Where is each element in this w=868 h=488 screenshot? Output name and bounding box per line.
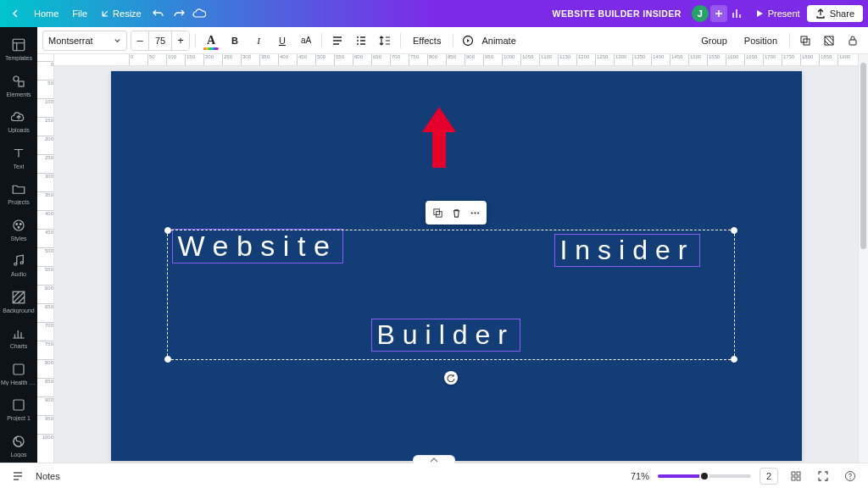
sidebar-item-text[interactable]: Text: [0, 141, 37, 175]
resize-button[interactable]: Resize: [94, 5, 148, 22]
sidebar-item-templates[interactable]: Templates: [0, 32, 37, 67]
scrollbar-thumb[interactable]: [860, 63, 866, 249]
animate-button[interactable]: Animate: [459, 30, 519, 51]
sidebar-item-styles[interactable]: Styles: [0, 213, 37, 247]
home-label: Home: [34, 8, 58, 19]
align-button[interactable]: [327, 30, 348, 51]
sidebar-item-audio[interactable]: Audio: [0, 248, 37, 283]
svg-rect-2: [19, 81, 24, 86]
zoom-thumb[interactable]: [699, 471, 709, 481]
svg-rect-30: [797, 477, 800, 480]
list-button[interactable]: [351, 30, 371, 51]
insights-button[interactable]: [727, 3, 748, 24]
redo-button[interactable]: [169, 3, 189, 24]
page-count[interactable]: 2: [760, 468, 778, 485]
sidebar-item-background[interactable]: Background: [0, 285, 37, 319]
share-button[interactable]: Share: [807, 5, 863, 22]
svg-rect-22: [436, 211, 442, 217]
font-size-stepper[interactable]: – 75 +: [131, 30, 190, 51]
font-size-plus[interactable]: +: [172, 31, 189, 50]
font-picker[interactable]: Montserrat: [42, 30, 127, 51]
floating-toolbar: [426, 201, 487, 225]
svg-rect-10: [14, 364, 24, 374]
add-member-button[interactable]: [710, 5, 727, 22]
document-title[interactable]: WEBSITE BUILDER INSIDER: [553, 8, 682, 19]
font-size-value[interactable]: 75: [148, 31, 172, 50]
file-label: File: [72, 8, 87, 19]
home-button[interactable]: Home: [27, 5, 65, 22]
share-label: Share: [830, 8, 854, 19]
vertical-scrollbar[interactable]: [858, 54, 868, 463]
svg-point-14: [357, 40, 359, 42]
grid-view-button[interactable]: [787, 467, 805, 485]
svg-point-15: [357, 43, 359, 45]
svg-rect-21: [433, 208, 439, 214]
lock-button[interactable]: [843, 30, 863, 51]
resize-label: Resize: [113, 8, 142, 19]
top-bar: Home File Resize WEBSITE BUILDER INSIDER…: [0, 0, 868, 27]
zoom-slider[interactable]: [658, 474, 751, 478]
position-button[interactable]: Position: [737, 30, 784, 51]
vertical-ruler: 0501001502002503003504004505005506006507…: [37, 54, 54, 463]
selection-box[interactable]: [167, 230, 735, 360]
svg-point-24: [474, 212, 476, 214]
notes-icon[interactable]: [8, 467, 27, 485]
resize-handle-ne[interactable]: [731, 227, 737, 234]
sidebar-item-uploads[interactable]: Uploads: [0, 104, 37, 139]
page-panel-pull[interactable]: [413, 455, 455, 463]
svg-rect-20: [849, 40, 856, 45]
svg-point-8: [20, 262, 23, 264]
italic-button[interactable]: I: [248, 30, 269, 51]
resize-handle-sw[interactable]: [164, 356, 171, 363]
sidebar-item-charts[interactable]: Charts: [0, 320, 37, 355]
fullscreen-button[interactable]: [814, 467, 832, 485]
svg-rect-27: [792, 472, 795, 475]
sidebar-item-elements[interactable]: Elements: [0, 69, 37, 103]
sidebar-item-project1[interactable]: Project 1: [0, 392, 37, 427]
svg-point-25: [477, 212, 479, 214]
svg-point-1: [14, 76, 19, 81]
svg-point-5: [19, 223, 21, 225]
bold-button[interactable]: B: [225, 30, 245, 51]
rotate-handle[interactable]: [444, 371, 458, 385]
svg-point-13: [357, 36, 359, 38]
spacing-button[interactable]: [375, 30, 395, 51]
effects-button[interactable]: Effects: [406, 30, 448, 51]
duplicate-button[interactable]: [429, 204, 446, 221]
notes-label[interactable]: Notes: [36, 471, 60, 481]
svg-point-6: [18, 226, 19, 228]
svg-rect-11: [14, 400, 24, 410]
avatar[interactable]: J: [692, 5, 709, 22]
back-button[interactable]: [5, 6, 27, 21]
zoom-value: 71%: [631, 471, 649, 481]
sidebar-item-projects[interactable]: Projects: [0, 176, 37, 211]
sidebar-item-logos[interactable]: Logos: [0, 429, 37, 463]
transparency-button[interactable]: [819, 30, 839, 51]
help-button[interactable]: [841, 467, 860, 485]
font-size-minus[interactable]: –: [131, 31, 148, 50]
svg-rect-0: [13, 40, 25, 52]
canvas-area[interactable]: Website Insider Builder: [54, 66, 858, 463]
page[interactable]: Website Insider Builder: [111, 71, 802, 461]
svg-point-4: [16, 223, 18, 225]
present-button[interactable]: Present: [748, 5, 807, 22]
sidebar-item-myhealth[interactable]: My Health C…: [0, 357, 37, 391]
resize-handle-se[interactable]: [731, 356, 737, 363]
undo-button[interactable]: [148, 3, 169, 24]
svg-rect-28: [797, 472, 800, 475]
text-toolbar: Montserrat – 75 + A B I U aA Effects: [37, 27, 868, 54]
case-button[interactable]: aA: [296, 30, 316, 51]
group-button[interactable]: Group: [694, 30, 734, 51]
cloud-save-icon[interactable]: [189, 3, 209, 24]
copy-style-button[interactable]: [795, 30, 815, 51]
resize-handle-nw[interactable]: [164, 227, 171, 234]
underline-button[interactable]: U: [272, 30, 292, 51]
present-label: Present: [768, 8, 800, 19]
file-button[interactable]: File: [65, 5, 94, 22]
more-button[interactable]: [466, 204, 483, 221]
footer: Notes 71% 2: [0, 463, 868, 488]
horizontal-ruler: 0501001502002503003504004505005506006507…: [54, 54, 858, 66]
text-color-button[interactable]: A: [201, 30, 221, 51]
svg-point-23: [470, 212, 472, 214]
delete-button[interactable]: [448, 204, 465, 221]
